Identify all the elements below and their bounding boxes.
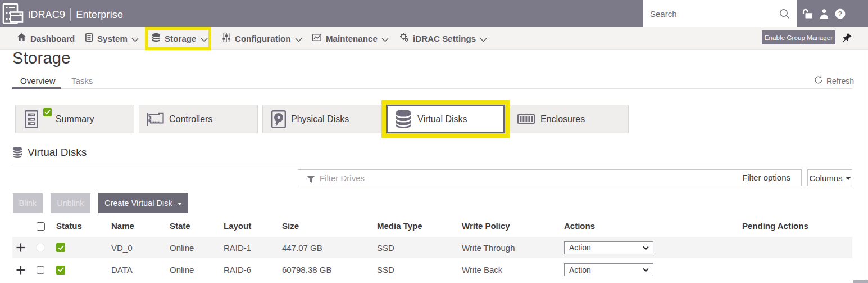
action-select[interactable]: Action: [564, 241, 653, 254]
refresh-icon: [814, 75, 823, 87]
column-header-layout[interactable]: Layout: [224, 218, 251, 233]
chevron-down-icon: [480, 34, 487, 44]
chevron-down-icon: [295, 34, 302, 44]
row-checkbox[interactable]: [37, 259, 44, 281]
cell-state: Online: [170, 237, 194, 258]
filter-options-link[interactable]: Filter options: [742, 173, 790, 182]
brand-divider: [70, 8, 71, 21]
cell-media-type: SSD: [377, 237, 394, 258]
brand-title: iDRAC9 Enterprise: [28, 8, 123, 21]
sliders-icon: [222, 33, 230, 44]
chevron-down-icon: [201, 34, 208, 44]
nav-item-maintenance[interactable]: Maintenance: [312, 27, 389, 50]
tabs-divider: [12, 88, 852, 89]
unlock-icon[interactable]: [799, 6, 816, 22]
create-virtual-disk-button[interactable]: Create Virtual Disk: [98, 193, 188, 213]
cell-actions: Action: [564, 237, 653, 258]
card-physical-disks[interactable]: Physical Disks: [262, 105, 381, 133]
card-label: Enclosures: [540, 114, 585, 124]
card-controllers[interactable]: Controllers: [139, 105, 258, 133]
select-all-checkbox[interactable]: [37, 222, 45, 231]
virtual-disks-section-icon: [13, 147, 22, 160]
table-row: VD_0 Online RAID-1 447.07 GB SSD Write T…: [12, 237, 852, 258]
expand-row-icon[interactable]: [16, 237, 25, 258]
nav-item-dashboard[interactable]: Dashboard: [17, 27, 75, 50]
column-header-name[interactable]: Name: [111, 218, 134, 233]
column-header-status[interactable]: Status: [56, 218, 82, 233]
cell-name: DATA: [111, 259, 133, 281]
search-box: [643, 0, 797, 27]
storage-subpage-cards: Summary Controllers: [15, 105, 629, 133]
physical-disk-icon: [271, 110, 286, 128]
card-virtual-disks[interactable]: Virtual Disks: [386, 105, 505, 133]
columns-button[interactable]: Columns: [807, 169, 852, 186]
column-header-actions[interactable]: Actions: [564, 218, 595, 233]
chevron-down-icon: [131, 34, 139, 44]
action-select-value: Action: [569, 266, 591, 275]
status-ok-badge: [56, 259, 65, 281]
help-icon[interactable]: ?: [832, 6, 848, 22]
column-header-pending-actions[interactable]: Pending Actions: [742, 218, 808, 233]
blink-button[interactable]: Blink: [13, 193, 43, 213]
nav-item-label: Maintenance: [326, 34, 378, 43]
top-bar-icons: ?: [797, 0, 868, 27]
pin-icon[interactable]: [842, 33, 852, 44]
table-header: Status Name State Layout Size Media Type…: [0, 218, 868, 233]
row-checkbox[interactable]: [37, 237, 44, 258]
storage-icon: [152, 33, 160, 44]
nav-item-storage[interactable]: Storage: [152, 27, 208, 50]
tab-tasks[interactable]: Tasks: [71, 76, 93, 86]
table-row: DATA Online RAID-6 60798.38 GB SSD Write…: [12, 259, 852, 281]
nav-item-idrac-settings[interactable]: iDRAC Settings: [400, 27, 487, 50]
action-select[interactable]: Action: [564, 263, 653, 276]
card-label: Summary: [56, 114, 94, 124]
page-title: Storage: [12, 49, 71, 68]
home-icon: [17, 33, 26, 43]
cell-write-policy: Write Back: [462, 259, 502, 281]
virtual-disk-icon: [396, 110, 411, 128]
card-summary[interactable]: Summary: [15, 105, 134, 133]
nav-item-configuration[interactable]: Configuration: [222, 27, 302, 50]
section-title: Virtual Disks: [28, 146, 87, 159]
card-enclosures[interactable]: Enclosures: [510, 105, 629, 133]
expand-row-icon[interactable]: [16, 259, 25, 281]
cell-size: 60798.38 GB: [282, 259, 331, 281]
column-header-size[interactable]: Size: [282, 218, 299, 233]
filter-drives-input[interactable]: [320, 170, 713, 186]
card-label: Physical Disks: [291, 114, 349, 124]
cell-media-type: SSD: [377, 259, 394, 281]
storage-highlight-box: Storage: [145, 27, 211, 50]
unblink-button[interactable]: Unblink: [51, 193, 90, 213]
cell-layout: RAID-6: [224, 259, 251, 281]
controller-card-icon: [147, 111, 164, 127]
refresh-button[interactable]: Refresh: [814, 75, 854, 87]
caret-down-icon: [846, 177, 851, 180]
column-header-write-policy[interactable]: Write Policy: [462, 218, 510, 233]
active-tab-underline: [12, 87, 61, 89]
maintenance-icon: [312, 33, 321, 43]
card-label: Controllers: [169, 114, 212, 124]
enable-group-manager-button[interactable]: Enable Group Manager: [762, 30, 835, 44]
cell-actions: Action: [564, 259, 653, 281]
nav-item-system[interactable]: System: [85, 27, 139, 50]
vertical-scrollbar-track[interactable]: [866, 50, 866, 283]
column-header-media-type[interactable]: Media Type: [377, 218, 422, 233]
nav-item-label: Configuration: [235, 34, 291, 43]
svg-text:?: ?: [838, 10, 842, 17]
horizontal-scrollbar-thumb[interactable]: [853, 280, 868, 283]
refresh-label: Refresh: [826, 77, 854, 86]
brand-name: iDRAC9: [28, 9, 65, 21]
column-header-state[interactable]: State: [170, 218, 190, 233]
nav-item-label: iDRAC Settings: [413, 34, 476, 43]
brand-edition: Enterprise: [76, 9, 123, 21]
nav-item-label: Dashboard: [30, 34, 75, 43]
card-label: Virtual Disks: [417, 114, 467, 124]
enclosure-icon: [517, 114, 535, 124]
brand: iDRAC9 Enterprise: [2, 3, 123, 26]
top-bar: iDRAC9 Enterprise: [0, 0, 868, 27]
user-icon[interactable]: [816, 6, 832, 22]
search-icon[interactable]: [779, 8, 790, 21]
search-input[interactable]: [643, 0, 797, 27]
tab-overview[interactable]: Overview: [20, 76, 56, 86]
idrac-logo-icon: [2, 3, 24, 26]
